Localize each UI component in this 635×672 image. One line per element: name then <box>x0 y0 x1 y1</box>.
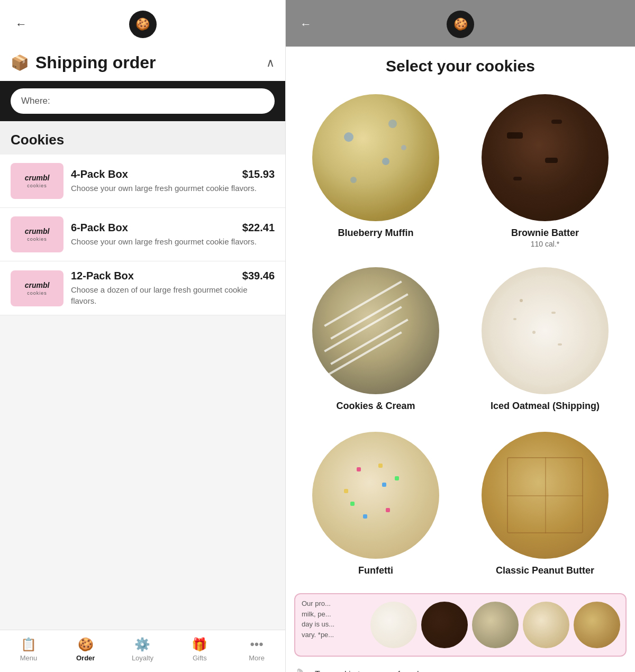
where-input[interactable] <box>56 96 264 106</box>
loyalty-icon: ⚙️ <box>134 637 150 652</box>
shipping-icon: 📦 <box>11 54 29 71</box>
cookie-name-brownie: Brownie Batter <box>511 228 579 239</box>
cookie-item-6pack[interactable]: crumbl cookies 6-Pack Box $22.41 Choose … <box>0 208 285 261</box>
cookie-grid-funfetti[interactable]: Funfetti <box>291 423 460 588</box>
tap-hint-text: Tap cookie to remove from box <box>315 670 431 672</box>
cookie-desc-4pack: Choose your own large fresh gourmet cook… <box>71 183 275 194</box>
crumbl-brand-4pack: crumbl <box>25 174 50 182</box>
crumbl-logo-12pack: crumbl cookies <box>25 281 50 296</box>
selected-cookie-4[interactable] <box>523 602 569 648</box>
shipping-title-row: 📦 Shipping order <box>11 53 156 72</box>
logo-right: 🍪 <box>447 11 474 38</box>
cookie-grid-peanut[interactable]: Classic Peanut Butter <box>460 423 630 588</box>
cookie-info-12pack: 12-Pack Box $39.46 Choose a dozen of our… <box>71 270 275 306</box>
nav-menu-label: Menu <box>20 654 38 662</box>
cookie-grid-cream[interactable]: Cookies & Cream <box>291 259 460 423</box>
cookie-grid-brownie[interactable]: Brownie Batter 110 cal.* <box>460 86 630 259</box>
selected-cookie-3[interactable] <box>472 602 519 648</box>
cookie-thumb-4pack: crumbl cookies <box>11 163 64 199</box>
right-header: ← 🍪 <box>286 0 635 47</box>
cookie-name-cream: Cookies & Cream <box>336 401 415 412</box>
where-bar: Where: <box>0 81 285 121</box>
cookie-title-row-6pack: 6-Pack Box $22.41 <box>71 222 275 234</box>
selected-cookie-1[interactable] <box>370 602 417 648</box>
cookies-heading: Cookies <box>0 121 285 155</box>
cream-stripes <box>312 267 439 394</box>
cookie-desc-12pack: Choose a dozen of our large fresh gourme… <box>71 284 275 306</box>
logo-icon-left: 🍪 <box>135 17 150 31</box>
nav-order-label: Order <box>76 654 95 662</box>
cookie-img-blueberry <box>312 94 439 221</box>
right-content: Blueberry Muffin Brownie Batter 110 cal.… <box>286 80 635 672</box>
cookie-img-peanut <box>482 432 609 559</box>
selected-cookies-row <box>370 602 620 648</box>
selected-cookie-5[interactable] <box>574 602 620 648</box>
cookie-title-row-12pack: 12-Pack Box $39.46 <box>71 270 275 282</box>
peanut-pattern <box>482 432 609 559</box>
cookie-img-funfetti <box>312 432 439 559</box>
selected-box-area: Our pro...milk, pe...day is us...vary. *… <box>294 593 627 657</box>
nav-more-label: More <box>249 654 265 662</box>
cookie-grid-blueberry[interactable]: Blueberry Muffin <box>291 86 460 259</box>
select-cookies-title: Select your cookies <box>286 47 635 80</box>
right-panel: ← 🍪 Select your cookies Blueberry <box>286 0 635 672</box>
cookie-info-6pack: 6-Pack Box $22.41 Choose your own large … <box>71 222 275 247</box>
crumbl-logo-4pack: crumbl cookies <box>25 174 50 188</box>
selected-cookie-2[interactable] <box>421 602 468 648</box>
cookie-thumb-6pack: crumbl cookies <box>11 216 64 252</box>
funfetti-dots <box>312 432 439 559</box>
crumbl-brand-6pack: crumbl <box>25 227 50 235</box>
cookie-name-peanut: Classic Peanut Butter <box>496 565 594 576</box>
logo-left: 🍪 <box>129 11 157 38</box>
collapse-chevron[interactable]: ∧ <box>266 56 275 70</box>
allergen-content: Our pro...milk, pe...day is us...vary. *… <box>302 600 334 639</box>
shipping-header: 📦 Shipping order ∧ <box>0 47 285 81</box>
cookie-img-brownie <box>482 94 609 221</box>
spatula-icon: 🥄 <box>296 668 310 672</box>
cookie-img-cream <box>312 267 439 394</box>
cookie-price-12pack: $39.46 <box>242 270 275 282</box>
menu-icon: 📋 <box>21 637 37 652</box>
cookie-grid-oatmeal[interactable]: Iced Oatmeal (Shipping) <box>460 259 630 423</box>
nav-loyalty-label: Loyalty <box>132 654 153 662</box>
nav-loyalty[interactable]: ⚙️ Loyalty <box>114 635 171 664</box>
cookie-info-4pack: 4-Pack Box $15.93 Choose your own large … <box>71 168 275 194</box>
cookie-name-12pack: 12-Pack Box <box>71 270 134 282</box>
cookie-grid: Blueberry Muffin Brownie Batter 110 cal.… <box>286 80 635 588</box>
where-label: Where: <box>21 96 50 106</box>
crumbl-sub-6pack: cookies <box>27 237 47 242</box>
cookie-price-4pack: $15.93 <box>242 168 275 180</box>
nav-more[interactable]: ••• More <box>228 635 285 664</box>
crumbl-logo-6pack: crumbl cookies <box>25 227 50 242</box>
more-icon: ••• <box>250 637 263 652</box>
shipping-title: Shipping order <box>35 53 156 72</box>
gifts-icon: 🎁 <box>192 637 207 652</box>
tap-hint-row: 🥄 Tap cookie to remove from box <box>286 662 635 672</box>
cookie-name-funfetti: Funfetti <box>358 565 393 576</box>
cookie-name-oatmeal: Iced Oatmeal (Shipping) <box>491 401 600 412</box>
cookies-section: Cookies crumbl cookies 4-Pack Box $15.93… <box>0 121 285 630</box>
left-header: ← 🍪 <box>0 0 285 47</box>
cookie-desc-6pack: Choose your own large fresh gourmet cook… <box>71 236 275 247</box>
cookie-title-row-4pack: 4-Pack Box $15.93 <box>71 168 275 180</box>
cookie-name-blueberry: Blueberry Muffin <box>338 228 413 239</box>
cookie-price-6pack: $22.41 <box>242 222 275 234</box>
nav-gifts[interactable]: 🎁 Gifts <box>171 635 228 664</box>
cookie-cal-brownie: 110 cal.* <box>531 240 559 248</box>
cookie-name-6pack: 6-Pack Box <box>71 222 128 234</box>
nav-menu[interactable]: 📋 Menu <box>0 635 57 664</box>
back-button-right[interactable]: ← <box>296 15 315 34</box>
allergen-text: Our pro...milk, pe...day is us...vary. *… <box>302 598 365 640</box>
crumbl-sub-4pack: cookies <box>27 183 47 188</box>
where-input-wrap[interactable]: Where: <box>11 88 275 114</box>
cookie-img-oatmeal <box>482 267 609 394</box>
cookie-name-4pack: 4-Pack Box <box>71 168 128 180</box>
back-button-left[interactable]: ← <box>11 14 32 35</box>
bottom-nav: 📋 Menu 🍪 Order ⚙️ Loyalty 🎁 Gifts ••• Mo… <box>0 630 285 672</box>
nav-order[interactable]: 🍪 Order <box>57 635 114 664</box>
left-panel: ← 🍪 📦 Shipping order ∧ Where: Cookies cr… <box>0 0 286 672</box>
crumbl-sub-12pack: cookies <box>27 290 47 296</box>
cookie-item-4pack[interactable]: crumbl cookies 4-Pack Box $15.93 Choose … <box>0 155 285 208</box>
cookie-item-12pack[interactable]: crumbl cookies 12-Pack Box $39.46 Choose… <box>0 261 285 315</box>
nav-gifts-label: Gifts <box>193 654 207 662</box>
